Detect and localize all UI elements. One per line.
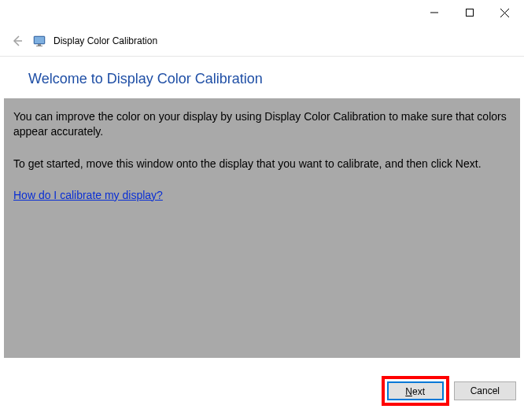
help-link[interactable]: How do I calibrate my display? — [13, 189, 163, 201]
titlebar — [0, 0, 524, 25]
close-button[interactable] — [487, 1, 522, 24]
header-bar: Display Color Calibration — [0, 25, 524, 57]
next-button[interactable]: Next — [387, 381, 444, 400]
minimize-button[interactable] — [416, 1, 452, 24]
cancel-button[interactable]: Cancel — [454, 381, 516, 400]
svg-rect-7 — [38, 44, 41, 46]
app-icon — [33, 35, 46, 47]
next-highlight: Next — [382, 376, 449, 406]
paragraph-instruction: To get started, move this window onto th… — [13, 157, 511, 171]
svg-rect-8 — [36, 46, 42, 46]
svg-rect-6 — [35, 37, 44, 43]
page-heading: Welcome to Display Color Calibration — [28, 71, 496, 87]
back-button[interactable] — [9, 33, 25, 49]
paragraph-intro: You can improve the color on your displa… — [13, 109, 511, 139]
content-panel: You can improve the color on your displa… — [4, 98, 520, 358]
footer-buttons: Next Cancel — [382, 376, 516, 406]
heading-area: Welcome to Display Color Calibration — [0, 57, 524, 98]
svg-rect-1 — [466, 9, 473, 17]
maximize-button[interactable] — [452, 1, 487, 24]
app-title: Display Color Calibration — [54, 35, 157, 46]
